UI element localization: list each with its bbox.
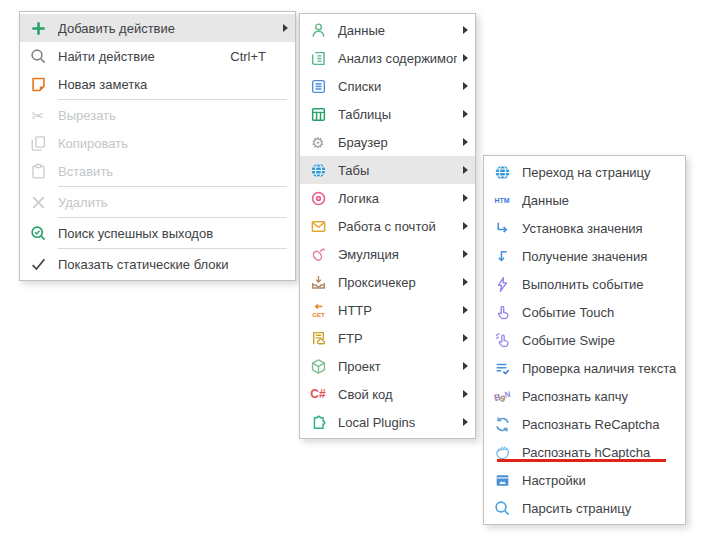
menu-item-lists[interactable]: Списки [300, 72, 475, 100]
content-analysis-icon [309, 49, 327, 67]
menu-separator [58, 248, 287, 249]
menu-item-label: Local Plugins [338, 415, 457, 430]
menu-item-search-success-exits[interactable]: Поиск успешных выходов [20, 219, 295, 247]
menu-item-label: Проксичекер [338, 275, 457, 290]
menu-item-label: Браузер [338, 135, 457, 150]
menu-item-logic[interactable]: Логика [300, 184, 475, 212]
menu-item-project[interactable]: Проект [300, 352, 475, 380]
menu-item-label: Парсить страницу [522, 501, 678, 516]
menu-item-paste: Вставить [20, 157, 295, 185]
menu-item-parse-page[interactable]: Парсить страницу [484, 494, 685, 522]
menu-item-swipe-event[interactable]: Событие Swipe [484, 326, 685, 354]
menu-item-copy: Копировать [20, 129, 295, 157]
touch-hand-icon [493, 303, 511, 321]
menu-separator [58, 99, 287, 100]
menu-item-data[interactable]: Данные [300, 16, 475, 44]
menu-item-run-event[interactable]: Выполнить событие [484, 270, 685, 298]
plugin-icon [309, 413, 327, 431]
menu-item-label: Табы [338, 163, 457, 178]
menu-item-label: Списки [338, 79, 457, 94]
list-icon [309, 77, 327, 95]
menu-item-label: Работа с почтой [338, 219, 457, 234]
menu-item-label: HTTP [338, 303, 457, 318]
menu-item-label: Удалить [58, 195, 288, 210]
submenu-arrow-icon [463, 306, 468, 314]
menu-item-label: Распознать капчу [522, 389, 678, 404]
settings-window-icon [493, 471, 511, 489]
gear-icon: ⚙ [309, 133, 327, 151]
menu-item-set-value[interactable]: Установка значения [484, 214, 685, 242]
add-action-submenu: Данные Анализ содержимого Списки Таблицы… [299, 13, 476, 439]
set-value-arrow-icon [493, 219, 511, 237]
menu-item-label: Новая заметка [58, 77, 288, 92]
ftp-cloud-icon [309, 329, 327, 347]
menu-item-label: Логика [338, 191, 457, 206]
svg-text:GET: GET [312, 310, 325, 317]
submenu-arrow-icon [463, 110, 468, 118]
paste-icon [29, 162, 47, 180]
htm-icon: HTM [493, 191, 511, 209]
globe-icon [309, 161, 327, 179]
submenu-arrow-icon [463, 390, 468, 398]
svg-text:N: N [504, 389, 511, 399]
menu-item-get-value[interactable]: Получение значения [484, 242, 685, 270]
recaptcha-refresh-icon [493, 415, 511, 433]
tabs-submenu: Переход на страницу HTM Данные Установка… [483, 155, 686, 525]
menu-item-mail[interactable]: Работа с почтой [300, 212, 475, 240]
submenu-arrow-icon [463, 26, 468, 34]
menu-item-label: Настройки [522, 473, 678, 488]
menu-item-label: Вырезать [58, 108, 288, 123]
submenu-arrow-icon [463, 250, 468, 258]
delete-x-icon [29, 193, 47, 211]
menu-item-local-plugins[interactable]: Local Plugins [300, 408, 475, 436]
person-icon [309, 21, 327, 39]
text-check-icon [493, 359, 511, 377]
menu-item-custom-code[interactable]: C# Свой код [300, 380, 475, 408]
shortcut-label: Ctrl+T [230, 49, 266, 64]
menu-item-goto-page[interactable]: Переход на страницу [484, 158, 685, 186]
menu-item-label: Эмуляция [338, 247, 457, 262]
http-get-icon: GET [309, 301, 327, 319]
menu-item-settings[interactable]: Настройки [484, 466, 685, 494]
menu-item-label: Проверка наличия текста [522, 361, 678, 376]
menu-item-touch-event[interactable]: Событие Touch [484, 298, 685, 326]
menu-item-label: Поиск успешных выходов [58, 226, 288, 241]
menu-item-proxychecker[interactable]: Проксичекер [300, 268, 475, 296]
menu-item-recognize-recaptcha[interactable]: Распознать ReCaptcha [484, 410, 685, 438]
menu-item-browser[interactable]: ⚙ Браузер [300, 128, 475, 156]
menu-item-label: Вставить [58, 164, 288, 179]
menu-item-data-htm[interactable]: HTM Данные [484, 186, 685, 214]
menu-item-http[interactable]: GET HTTP [300, 296, 475, 324]
menu-item-ftp[interactable]: FTP [300, 324, 475, 352]
mail-icon [309, 217, 327, 235]
submenu-arrow-icon [463, 418, 468, 426]
menu-item-label: Показать статические блоки [58, 257, 288, 272]
menu-item-find-action[interactable]: Найти действие Ctrl+T [20, 42, 295, 70]
red-underline-annotation [497, 459, 666, 462]
submenu-arrow-icon [463, 138, 468, 146]
menu-item-emulation[interactable]: Эмуляция [300, 240, 475, 268]
menu-item-label: Данные [522, 193, 678, 208]
menu-item-content-analysis[interactable]: Анализ содержимого [300, 44, 475, 72]
menu-item-label: Таблицы [338, 107, 457, 122]
menu-item-label: Анализ содержимого [338, 51, 457, 66]
plus-icon [29, 19, 47, 37]
globe-icon [493, 163, 511, 181]
menu-item-show-static-blocks[interactable]: Показать статические блоки [20, 250, 295, 278]
note-icon [29, 75, 47, 93]
menu-item-label: Распознать ReCaptcha [522, 417, 678, 432]
menu-item-label: Копировать [58, 136, 288, 151]
menu-item-new-note[interactable]: Новая заметка [20, 70, 295, 98]
menu-item-tabs[interactable]: Табы [300, 156, 475, 184]
submenu-arrow-icon [463, 222, 468, 230]
menu-item-cut: ✂ Вырезать [20, 101, 295, 129]
get-value-arrow-icon [493, 247, 511, 265]
check-icon [29, 255, 47, 273]
menu-item-label: FTP [338, 331, 457, 346]
menu-item-label: Данные [338, 23, 457, 38]
menu-item-add-action[interactable]: Добавить действие [20, 14, 295, 42]
menu-item-tables[interactable]: Таблицы [300, 100, 475, 128]
menu-item-check-text[interactable]: Проверка наличия текста [484, 354, 685, 382]
menu-item-recognize-captcha[interactable]: B9N Распознать капчу [484, 382, 685, 410]
context-menus-screen: { "colors": { "highlight": "#e7e7e7", "m… [0, 0, 721, 536]
